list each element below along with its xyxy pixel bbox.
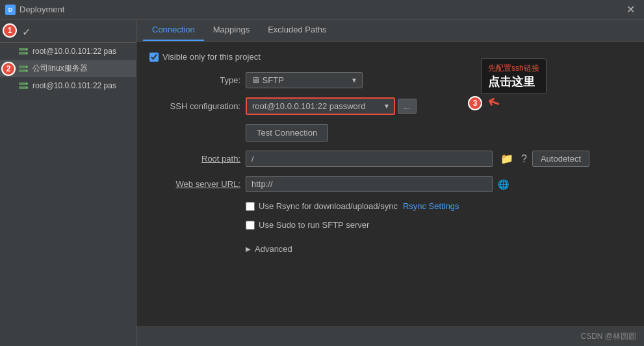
web-server-url-row: Web server URL: 🌐 (149, 176, 631, 192)
root-path-help-button[interactable]: ? (519, 152, 530, 166)
autodetect-button[interactable]: Autodetect (532, 151, 589, 167)
rsync-settings-link[interactable]: Rsync Settings (403, 201, 459, 211)
svg-point-12 (26, 83, 27, 84)
ssh-select-wrap: root@10.0.0.101:22 password ▼ (246, 97, 395, 115)
sudo-checkbox[interactable] (246, 221, 255, 230)
sidebar-toolbar: 1 − ✓ (0, 22, 136, 43)
title-bar: D Deployment ✕ (0, 0, 644, 19)
visible-only-row: Visible only for this project (149, 52, 631, 62)
type-select[interactable]: 🖥 SFTP (246, 72, 363, 88)
tab-mappings[interactable]: Mappings (204, 19, 259, 41)
bottom-bar: CSDN @林圆圆 (136, 327, 644, 346)
visible-only-text: Visible only for this project (162, 52, 261, 62)
test-connection-button[interactable]: Test Connection (246, 124, 328, 142)
test-connection-row: Test Connection (149, 124, 631, 142)
root-path-row: Root path: 📁 ? Autodetect (149, 151, 631, 167)
annotation-badge-3: 3 (468, 96, 482, 110)
sidebar: 1 − ✓ root@10.0.0.101:22 pas 2 (0, 19, 136, 346)
form-area: Visible only for this project Type: 🖥 SF… (136, 42, 644, 327)
root-path-label: Root path: (149, 154, 240, 164)
server-icon-3 (18, 80, 29, 91)
sidebar-item-server2[interactable]: 2 公司linux服务器 (0, 60, 136, 77)
sudo-label[interactable]: Use Sudo to run SFTP server (246, 220, 369, 230)
svg-point-9 (26, 70, 27, 71)
web-server-url-label: Web server URL: (149, 179, 240, 189)
rsync-text: Use Rsync for download/upload/sync (259, 201, 398, 211)
advanced-label: Advanced (255, 244, 292, 254)
rsync-row: Use Rsync for download/upload/sync Rsync… (149, 201, 631, 211)
svg-point-5 (26, 53, 27, 54)
ssh-config-row: SSH configuration: root@10.0.0.101:22 pa… (149, 97, 631, 115)
tab-connection[interactable]: Connection (143, 19, 204, 41)
server-icon-1 (18, 46, 29, 56)
content-area: Connection Mappings Excluded Paths Visib… (136, 19, 644, 346)
advanced-arrow-icon: ▶ (246, 245, 251, 253)
server-icon-2 (18, 64, 29, 74)
sudo-text: Use Sudo to run SFTP server (259, 220, 369, 230)
window-title: Deployment (19, 5, 64, 14)
annotation-badge-2: 2 (1, 62, 16, 76)
tooltip-line2: 点击这里 (488, 74, 539, 90)
brand-text: CSDN @林圆圆 (580, 331, 636, 342)
sidebar-item-label-2: 公司linux服务器 (32, 63, 131, 74)
advanced-section[interactable]: ▶ Advanced (246, 239, 631, 259)
root-path-input[interactable] (246, 151, 493, 167)
sidebar-item-server3[interactable]: root@10.0.0.101:22 pas (0, 77, 136, 94)
rsync-label[interactable]: Use Rsync for download/upload/sync (246, 201, 398, 211)
ssh-config-label: SSH configuration: (149, 101, 240, 111)
visible-only-checkbox[interactable] (149, 53, 159, 62)
sidebar-item-label-3: root@10.0.0.101:22 pas (32, 81, 131, 90)
globe-icon: 🌐 (498, 179, 509, 190)
tooltip-line1: 先配置ssh链接 (488, 63, 539, 74)
ssh-config-select[interactable]: root@10.0.0.101:22 password (246, 97, 395, 115)
root-path-buttons: 📁 ? Autodetect (498, 151, 589, 167)
type-select-wrap: 🖥 SFTP ▼ (246, 72, 363, 88)
close-button[interactable]: ✕ (623, 3, 639, 16)
annotation-tooltip: 先配置ssh链接 点击这里 (481, 58, 547, 94)
ssh-config-wrap: root@10.0.0.101:22 password ▼ ... (246, 97, 417, 115)
sidebar-item-server1[interactable]: root@10.0.0.101:22 pas (0, 43, 136, 60)
red-arrow-icon: ➜ (485, 92, 503, 113)
sidebar-item-label-1: root@10.0.0.101:22 pas (32, 47, 131, 56)
rsync-checkbox[interactable] (246, 202, 255, 211)
sidebar-check-button[interactable]: ✓ (19, 25, 34, 40)
sudo-row: Use Sudo to run SFTP server (149, 220, 631, 230)
type-row: Type: 🖥 SFTP ▼ (149, 72, 631, 88)
web-server-url-input[interactable] (246, 176, 493, 192)
app-icon: D (5, 5, 16, 15)
svg-point-13 (26, 87, 27, 88)
window: D Deployment ✕ 1 − ✓ root (0, 0, 644, 346)
visible-only-label[interactable]: Visible only for this project (149, 52, 261, 62)
svg-point-8 (26, 66, 27, 68)
tabs: Connection Mappings Excluded Paths (136, 19, 644, 42)
tab-excluded-paths[interactable]: Excluded Paths (259, 19, 335, 41)
root-path-folder-button[interactable]: 📁 (498, 151, 516, 166)
svg-text:D: D (8, 6, 13, 13)
type-label: Type: (149, 75, 240, 85)
annotation-badge-1: 1 (3, 23, 17, 38)
ssh-browse-button[interactable]: ... (398, 99, 417, 114)
svg-point-4 (26, 49, 27, 50)
